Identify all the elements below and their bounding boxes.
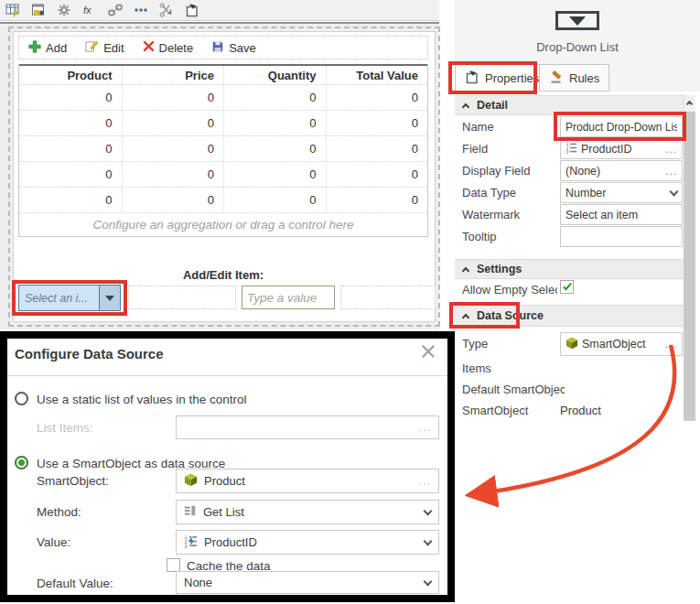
- items-label: Items: [462, 361, 561, 375]
- value-field-value: ProductID: [204, 535, 257, 549]
- tab-properties[interactable]: Properties: [455, 64, 549, 92]
- total-value-input[interactable]: [340, 286, 436, 309]
- static-list-radio[interactable]: [15, 392, 28, 405]
- list-items-input[interactable]: ...: [176, 415, 439, 439]
- table-row: 0 0 0 0: [19, 110, 427, 135]
- section-detail[interactable]: Detail: [455, 95, 684, 115]
- add-plus-icon: [28, 40, 41, 56]
- dropdown-open-button[interactable]: [99, 286, 120, 310]
- close-icon[interactable]: [420, 343, 436, 363]
- dropdown-list-control-icon: [555, 11, 599, 30]
- tab-rules-label: Rules: [569, 71, 599, 85]
- price-input[interactable]: [128, 286, 236, 309]
- static-list-option-label: Use a static list of values in the contr…: [37, 393, 247, 406]
- display-field-label: Display Field: [462, 164, 561, 178]
- table-cell: 0: [326, 162, 428, 187]
- disconnect-tool-icon[interactable]: [158, 3, 174, 18]
- control-type-label: Drop-Down List: [455, 40, 700, 54]
- data-type-value: Number: [565, 187, 606, 200]
- section-data-source-title: Data Source: [477, 309, 544, 322]
- checkmark-icon: [562, 279, 573, 296]
- gear-icon[interactable]: [56, 3, 71, 18]
- save-label: Save: [229, 41, 256, 55]
- table-cell: 0: [326, 85, 428, 110]
- method-select[interactable]: Get List: [176, 500, 439, 524]
- table-cell: 0: [122, 111, 224, 135]
- broken-link-icon[interactable]: [107, 3, 123, 18]
- scroll-up-arrow[interactable]: [684, 95, 695, 110]
- aggregation-drop-zone[interactable]: Configure an aggregation or drag a contr…: [19, 212, 427, 236]
- smartobject-ellipsis-button[interactable]: ...: [419, 478, 431, 485]
- data-type-label: Data Type: [462, 186, 561, 200]
- field-picker[interactable]: 123 ProductID ...: [560, 138, 683, 159]
- add-button[interactable]: Add: [28, 40, 67, 56]
- save-button[interactable]: Save: [211, 40, 256, 56]
- field-ellipsis-button[interactable]: ...: [665, 146, 677, 153]
- table-cell: 0: [122, 188, 224, 212]
- edit-button[interactable]: Edit: [85, 39, 124, 56]
- smartobject-radio[interactable]: [15, 456, 28, 469]
- table-lightning-icon[interactable]: [5, 3, 20, 18]
- table-header-row: Product Price Quantity Total Value: [19, 64, 427, 84]
- display-field-picker[interactable]: (None) ...: [560, 160, 683, 181]
- col-header-quantity: Quantity: [223, 66, 326, 84]
- tooltip-label: Tooltip: [462, 230, 561, 243]
- smartobject-cube-icon: [565, 337, 578, 352]
- product-dropdown-control[interactable]: Select an i...: [18, 285, 121, 311]
- collapse-chevron-icon: [462, 102, 469, 110]
- display-field-value: (None): [565, 165, 600, 178]
- section-data-source[interactable]: Data Source: [455, 305, 684, 327]
- tooltip-input[interactable]: [560, 226, 683, 247]
- numbered-list-icon: 123: [565, 142, 577, 156]
- section-settings[interactable]: Settings: [455, 259, 684, 279]
- section-settings-title: Settings: [477, 263, 522, 275]
- data-type-select[interactable]: Number: [560, 182, 683, 203]
- col-header-total-value: Total Value: [326, 66, 428, 84]
- svg-text:3: 3: [184, 543, 187, 547]
- table-cell: 0: [19, 162, 122, 187]
- smartobject-cube-icon: [184, 473, 198, 490]
- ellipsis-menu-icon[interactable]: [133, 3, 148, 18]
- delete-button[interactable]: Delete: [143, 40, 194, 55]
- form-style-icon[interactable]: [30, 3, 46, 18]
- type-picker[interactable]: SmartObject ...: [560, 332, 683, 356]
- paste-control-icon[interactable]: [184, 3, 199, 18]
- type-label: Type: [462, 337, 561, 351]
- smartobject-label: SmartObject: [462, 404, 561, 417]
- table-cell: 0: [122, 162, 224, 187]
- cache-data-checkbox[interactable]: [167, 558, 180, 572]
- smartobject-picker[interactable]: Product ...: [176, 469, 439, 493]
- function-fx-icon[interactable]: fx: [81, 3, 97, 18]
- value-select[interactable]: 123 ProductID: [176, 530, 439, 555]
- section-detail-title: Detail: [477, 99, 508, 112]
- delete-x-icon: [143, 40, 155, 55]
- edit-label: Edit: [103, 41, 124, 55]
- table-cell: 0: [19, 111, 122, 135]
- tab-rules[interactable]: Rules: [539, 64, 609, 92]
- properties-clipboard-icon: [465, 70, 479, 87]
- default-smartobject-label: Default SmartObjec...: [462, 383, 565, 396]
- chevron-down-icon: [424, 506, 433, 515]
- watermark-value: Select an item: [565, 209, 638, 221]
- table-row: 0 0 0 0: [19, 187, 427, 212]
- scrollbar-thumb[interactable]: [684, 112, 695, 421]
- dialog-title: Configure Data Source: [15, 346, 164, 361]
- name-input[interactable]: Product Drop-Down List: [560, 116, 683, 137]
- method-field-value: Get List: [203, 505, 244, 519]
- default-value-select[interactable]: None: [176, 571, 439, 594]
- type-ellipsis-button[interactable]: ...: [665, 340, 677, 348]
- add-label: Add: [46, 41, 67, 55]
- edit-pencil-icon: [85, 39, 99, 56]
- designer-toolbar: fx: [0, 0, 439, 21]
- display-field-ellipsis-button[interactable]: ...: [665, 167, 677, 175]
- default-value-value: None: [184, 576, 212, 589]
- list-items-ellipsis-button[interactable]: ...: [419, 424, 431, 431]
- smartobject-field-value: Product: [204, 474, 245, 488]
- chevron-down-icon: [424, 577, 433, 586]
- watermark-label: Watermark: [462, 208, 561, 221]
- table-cell: 0: [122, 85, 224, 110]
- watermark-input[interactable]: Select an item: [560, 204, 683, 225]
- allow-empty-checkbox[interactable]: [560, 280, 574, 294]
- svg-text:fx: fx: [83, 5, 92, 16]
- quantity-input[interactable]: [242, 286, 335, 309]
